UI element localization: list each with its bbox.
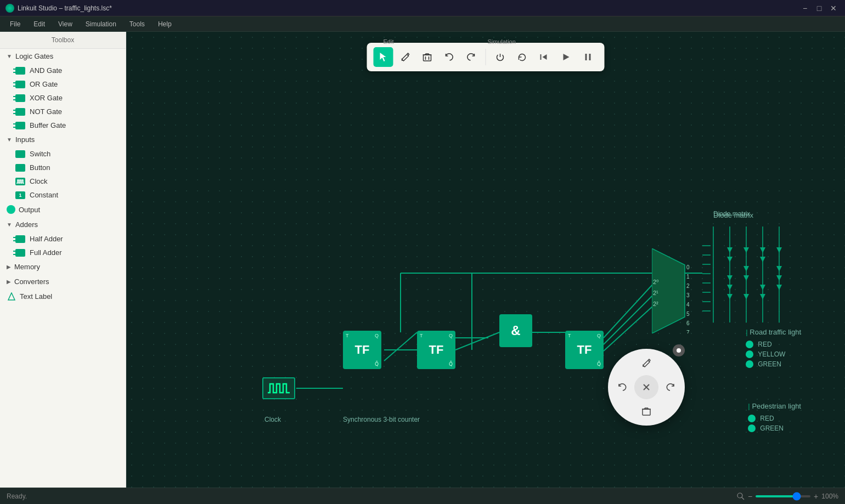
road-traffic-text: Road traffic light bbox=[750, 328, 801, 336]
pedestrian-light-section: | Pedestrian light RED GREEN bbox=[748, 402, 801, 434]
menu-help[interactable]: Help bbox=[153, 19, 177, 30]
titlebar-controls: − □ ✕ bbox=[799, 2, 840, 14]
toolbox-half-adder[interactable]: Half Adder bbox=[0, 232, 126, 246]
toolbox-title: Toolbox bbox=[0, 32, 126, 49]
toolbox-or-gate[interactable]: OR Gate bbox=[0, 77, 126, 91]
tf-flipflop-2[interactable]: T Q TF Q̄ bbox=[417, 331, 455, 369]
play-button[interactable] bbox=[556, 47, 576, 67]
svg-text:2⁰: 2⁰ bbox=[653, 279, 659, 285]
wheel-pin-button[interactable] bbox=[673, 344, 685, 356]
svg-text:3: 3 bbox=[686, 292, 690, 298]
zoom-out-button[interactable]: − bbox=[748, 492, 752, 501]
clock-label: Clock bbox=[30, 177, 48, 185]
svg-text:4: 4 bbox=[686, 302, 690, 308]
traffic-light-label: | Road traffic light bbox=[746, 328, 801, 336]
toolbox-full-adder[interactable]: Full Adder bbox=[0, 246, 126, 259]
section-logic-gates-label: Logic Gates bbox=[15, 52, 53, 60]
ped-green-dot bbox=[748, 424, 756, 432]
svg-text:0: 0 bbox=[686, 264, 690, 270]
zoom-in-button[interactable]: + bbox=[814, 492, 818, 501]
canvas-background bbox=[126, 32, 845, 488]
buffer-gate-label: Buffer Gate bbox=[30, 121, 66, 129]
menu-simulation[interactable]: Simulation bbox=[80, 19, 122, 30]
context-menu-wheel bbox=[608, 349, 685, 426]
and-gate-canvas[interactable]: & bbox=[499, 314, 532, 347]
maximize-button[interactable]: □ bbox=[813, 2, 825, 14]
tf-flipflop-3[interactable]: T Q TF Q̄ bbox=[565, 331, 604, 369]
canvas-area[interactable]: Edit Simulation bbox=[126, 32, 845, 488]
ped-red-label: RED bbox=[760, 415, 774, 422]
section-converters[interactable]: ▶ Converters bbox=[0, 274, 126, 289]
or-gate-icon bbox=[15, 81, 25, 88]
zoom-slider[interactable] bbox=[756, 495, 810, 497]
power-button[interactable] bbox=[491, 47, 510, 67]
half-adder-label: Half Adder bbox=[30, 235, 63, 243]
pedestrian-light-label: | Pedestrian light bbox=[748, 402, 801, 410]
and-gate-symbol: & bbox=[511, 323, 520, 338]
step-back-button[interactable] bbox=[534, 47, 554, 67]
section-adders[interactable]: ▼ Adders bbox=[0, 217, 126, 232]
menu-tools[interactable]: Tools bbox=[124, 19, 150, 30]
menu-edit[interactable]: Edit bbox=[28, 19, 50, 30]
button-icon bbox=[15, 164, 25, 172]
tf1-label: TF bbox=[355, 343, 370, 357]
section-logic-gates[interactable]: ▼ Logic Gates bbox=[0, 49, 126, 64]
pencil-tool-button[interactable] bbox=[396, 47, 415, 67]
toolbox-constant[interactable]: 1 Constant bbox=[0, 188, 126, 202]
wheel-edit-button[interactable] bbox=[638, 354, 655, 372]
text-label-icon bbox=[7, 293, 16, 301]
tf-flipflop-1[interactable]: T Q TF Q̄ bbox=[343, 331, 381, 369]
section-inputs-label: Inputs bbox=[15, 135, 35, 144]
svg-text:2²: 2² bbox=[653, 301, 658, 307]
toolbox-switch[interactable]: Switch bbox=[0, 147, 126, 161]
toolbox-not-gate[interactable]: NOT Gate bbox=[0, 105, 126, 118]
and-gate-icon bbox=[15, 67, 25, 75]
svg-text:1: 1 bbox=[686, 274, 690, 280]
decoder-component[interactable]: 2⁰ 2¹ 2² 0 1 2 3 4 5 6 7 bbox=[652, 248, 704, 335]
full-adder-label: Full Adder bbox=[30, 248, 62, 257]
select-tool-button[interactable] bbox=[374, 47, 393, 67]
redo-button[interactable] bbox=[461, 47, 481, 67]
section-adders-label: Adders bbox=[15, 220, 38, 229]
titlebar-left: Linkuit Studio – traffic_lights.lsc* bbox=[5, 4, 112, 13]
minimize-button[interactable]: − bbox=[799, 2, 811, 14]
pause-button[interactable] bbox=[578, 47, 598, 67]
toolbox-button[interactable]: Button bbox=[0, 161, 126, 174]
ped-red-dot bbox=[748, 415, 756, 422]
and-gate-label: AND Gate bbox=[30, 66, 62, 75]
section-inputs[interactable]: ▼ Inputs bbox=[0, 132, 126, 147]
toolbox-xor-gate[interactable]: XOR Gate bbox=[0, 91, 126, 105]
menu-view[interactable]: View bbox=[53, 19, 78, 30]
svg-text:2: 2 bbox=[686, 283, 690, 289]
yellow-light-row: YELLOW bbox=[746, 350, 801, 358]
xor-gate-icon bbox=[15, 94, 25, 102]
wheel-delete-button[interactable] bbox=[638, 403, 655, 420]
clock-component[interactable] bbox=[262, 377, 295, 399]
red-light-dot bbox=[746, 341, 753, 348]
svg-text:2¹: 2¹ bbox=[653, 290, 658, 296]
section-memory[interactable]: ▶ Memory bbox=[0, 259, 126, 274]
menu-file[interactable]: File bbox=[4, 19, 26, 30]
reset-sim-button[interactable] bbox=[512, 47, 532, 67]
constant-label: Constant bbox=[30, 191, 58, 199]
tf2-label: TF bbox=[429, 343, 444, 357]
svg-rect-59 bbox=[589, 54, 591, 60]
svg-marker-56 bbox=[543, 54, 547, 60]
close-button[interactable]: ✕ bbox=[827, 2, 840, 14]
collapse-arrow: ▼ bbox=[7, 53, 12, 59]
wheel-close-button[interactable] bbox=[634, 375, 658, 399]
toolbox-buffer-gate[interactable]: Buffer Gate bbox=[0, 118, 126, 132]
not-gate-label: NOT Gate bbox=[30, 107, 62, 116]
wheel-undo-button[interactable] bbox=[613, 378, 631, 396]
svg-line-81 bbox=[742, 497, 744, 500]
undo-button[interactable] bbox=[440, 47, 459, 67]
section-output[interactable]: Output bbox=[0, 202, 126, 217]
toolbox-and-gate[interactable]: AND Gate bbox=[0, 64, 126, 77]
delete-tool-button[interactable] bbox=[418, 47, 437, 67]
inputs-arrow: ▼ bbox=[7, 137, 12, 143]
svg-point-80 bbox=[737, 493, 742, 498]
wheel-redo-button[interactable] bbox=[662, 378, 679, 396]
toolbox-clock[interactable]: Clock bbox=[0, 174, 126, 188]
section-text-label[interactable]: Text Label bbox=[0, 289, 126, 304]
constant-icon: 1 bbox=[15, 191, 25, 199]
